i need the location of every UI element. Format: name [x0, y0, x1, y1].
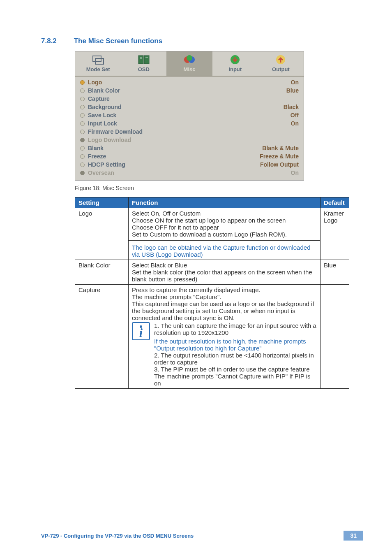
text-line: Select Black or Blue [132, 262, 317, 269]
text-line: Press to capture the currently displayed… [132, 286, 317, 293]
osd-tab-misc: Misc [166, 51, 212, 76]
function-note: The logo can be obtained via the Capture… [132, 244, 317, 258]
bullet-icon [80, 80, 85, 85]
osd-icon [121, 54, 166, 65]
bullet-icon [80, 121, 85, 126]
osd-menu-item: OverscanOn [80, 169, 299, 177]
osd-menu-item: Firmware Download [80, 128, 299, 136]
text-line: Choose ON for the start up logo to appea… [132, 217, 317, 224]
osd-item-value: On [291, 169, 299, 176]
col-function: Function [129, 197, 321, 208]
osd-item-value: Black [284, 104, 299, 110]
default-cell [321, 285, 349, 389]
text-line: This captured image can be used as a log… [132, 300, 317, 321]
osd-item-label: Capture [88, 95, 110, 102]
tab-label: Input [228, 66, 242, 72]
svg-rect-2 [138, 56, 143, 64]
osd-item-label: Save Lock [88, 112, 116, 118]
page-number: 31 [344, 531, 363, 541]
info-icon: i [132, 322, 150, 340]
text-line: Set the blank color (the color that appe… [132, 269, 317, 283]
page-footer: VP-729 - Configuring the VP-729 via the … [41, 531, 363, 541]
function-text: Select On, Off or CustomChoose ON for th… [132, 210, 317, 238]
section-number: 7.8.2 [41, 37, 72, 45]
function-cell: Select Black or BlueSet the blank color … [129, 260, 321, 285]
misc-icon [166, 54, 212, 65]
input-icon [212, 54, 258, 65]
text-line: Choose OFF for it not to appear [132, 224, 317, 231]
setting-cell: Blank Color [75, 260, 129, 285]
osd-tab-bar: Mode Set OSD Misc Input Output [75, 51, 304, 77]
setting-cell: Capture [75, 285, 129, 389]
osd-screenshot: Mode Set OSD Misc Input Output Log [75, 51, 304, 181]
bullet-icon [80, 130, 85, 134]
info-line: The machine prompts "Cannot Capture with… [154, 373, 317, 387]
bullet-icon [80, 146, 85, 151]
osd-tab-output: Output [258, 51, 304, 76]
info-note: If the output resolution is too high, th… [154, 338, 317, 352]
col-default: Default [321, 197, 349, 208]
table-row: Capture Press to capture the currently d… [75, 285, 349, 389]
osd-item-label: Background [88, 104, 122, 110]
default-cell: Kramer Logo [321, 208, 349, 260]
osd-menu-item: Input LockOn [80, 119, 299, 128]
section-heading: 7.8.2 The Misc Screen functions [41, 37, 363, 45]
bullet-icon [80, 162, 85, 167]
bullet-icon [80, 154, 85, 159]
osd-item-value: Blue [286, 87, 299, 94]
bullet-icon [80, 88, 85, 93]
info-text: 1. The unit can capture the image for an… [154, 322, 317, 387]
function-cell: Press to capture the currently displayed… [129, 285, 321, 389]
tab-label: OSD [138, 66, 150, 72]
output-icon [258, 54, 304, 65]
modeset-icon [75, 54, 121, 65]
osd-item-value: On [291, 120, 299, 127]
osd-menu-item: LogoOn [80, 78, 299, 86]
osd-item-label: Freeze [88, 153, 106, 160]
osd-item-label: Overscan [88, 169, 114, 176]
svg-rect-3 [144, 56, 149, 64]
setting-cell: Logo [75, 208, 129, 260]
text-line: The machine prompts "Capture". [132, 293, 317, 300]
text-line: Set to Custom to download a custom Logo … [132, 231, 317, 238]
bullet-icon [80, 171, 85, 175]
osd-tab-modeset: Mode Set [75, 51, 121, 76]
osd-item-value: Freeze & Mute [260, 153, 299, 160]
bullet-icon [80, 138, 85, 142]
misc-settings-table: Setting Function Default Logo Select On,… [75, 197, 349, 389]
osd-menu-item: Logo Download [80, 136, 299, 144]
osd-item-label: HDCP Setting [88, 161, 125, 168]
osd-menu-item: Blank ColorBlue [80, 86, 299, 95]
osd-item-label: Blank [88, 145, 104, 151]
table-row: Logo Select On, Off or CustomChoose ON f… [75, 208, 349, 241]
col-setting: Setting [75, 197, 129, 208]
osd-item-label: Logo Download [88, 137, 131, 143]
osd-menu-item: FreezeFreeze & Mute [80, 152, 299, 160]
function-note-cell: The logo can be obtained via the Capture… [129, 241, 321, 260]
info-line: 3. The PIP must be off in order to use t… [154, 366, 317, 373]
osd-menu-item: HDCP SettingFollow Output [80, 160, 299, 169]
osd-tab-input: Input [212, 51, 258, 76]
section-title: The Misc Screen functions [74, 37, 162, 45]
info-line: 2. The output resolution must be <1400 h… [154, 352, 317, 366]
osd-tab-osd: OSD [121, 51, 166, 76]
figure-caption: Figure 18: Misc Screen [75, 185, 363, 191]
osd-item-label: Input Lock [88, 120, 117, 127]
tab-label: Output [272, 66, 290, 72]
text-line: Select On, Off or Custom [132, 210, 317, 217]
osd-menu-item: BackgroundBlack [80, 103, 299, 111]
default-cell: Blue [321, 260, 349, 285]
capture-intro: Press to capture the currently displayed… [132, 286, 317, 321]
bullet-icon [80, 97, 85, 101]
osd-menu-item: BlankBlank & Mute [80, 144, 299, 152]
osd-item-label: Firmware Download [88, 128, 143, 135]
osd-item-value: Blank & Mute [262, 145, 299, 151]
osd-menu-item: Capture [80, 95, 299, 103]
osd-item-label: Blank Color [88, 87, 120, 94]
footer-text: VP-729 - Configuring the VP-729 via the … [41, 533, 194, 539]
osd-item-label: Logo [88, 79, 102, 86]
info-line: 1. The unit can capture the image for an… [154, 322, 317, 336]
tab-label: Mode Set [86, 66, 110, 72]
bullet-icon [80, 113, 85, 118]
table-row: Blank Color Select Black or BlueSet the … [75, 260, 349, 285]
